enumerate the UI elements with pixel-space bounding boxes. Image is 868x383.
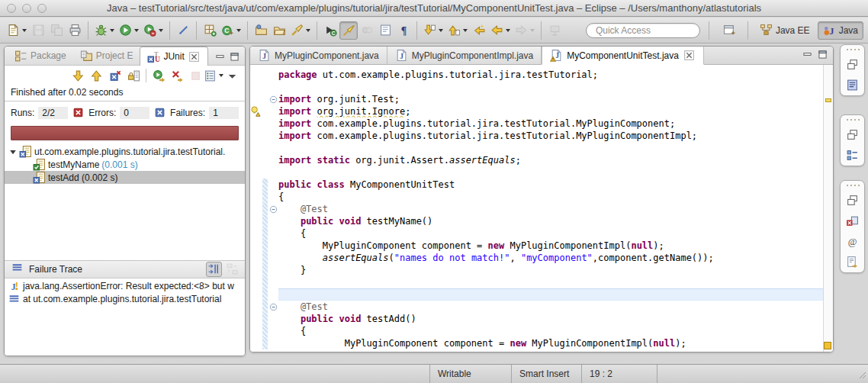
quick-diff-ruler bbox=[262, 227, 268, 240]
failure-trace-item[interactable]: at ut.com.example.plugins.tutorial.jira.… bbox=[5, 293, 245, 306]
test-tree-row[interactable]: testAdd (0.002 s) bbox=[5, 171, 245, 184]
new-java-class-button[interactable]: C bbox=[219, 21, 243, 40]
package-explorer-icon bbox=[14, 50, 27, 63]
previous-failed-test-button[interactable] bbox=[88, 67, 105, 84]
failure-trace-item[interactable]: Jjava.lang.AssertionError: Result expect… bbox=[5, 280, 245, 293]
java-file-icon: J bbox=[258, 49, 271, 62]
java-ee-perspective-button[interactable]: Java EE bbox=[754, 21, 815, 40]
resize-grip[interactable] bbox=[857, 370, 866, 381]
search-flashlight-button[interactable] bbox=[288, 21, 313, 40]
editor-tab-myplugincomponent-java[interactable]: JMyPluginComponent.java bbox=[250, 47, 387, 64]
code-editor[interactable]: package ut.com.example.plugins.tutorial.… bbox=[250, 65, 833, 352]
show-source-button[interactable] bbox=[376, 21, 394, 40]
javadoc-icon[interactable]: @ bbox=[844, 233, 861, 249]
dropdown-caret-icon[interactable] bbox=[134, 29, 139, 32]
quick-diff-ruler bbox=[262, 93, 268, 105]
editor-tab-myplugincomponentimpl-java[interactable]: JMyPluginComponentImpl.java bbox=[387, 47, 542, 64]
next-annotation-button[interactable] bbox=[421, 21, 445, 40]
view-minimize-button[interactable] bbox=[214, 52, 226, 62]
close-icon[interactable] bbox=[188, 50, 201, 63]
print-button[interactable] bbox=[66, 21, 84, 40]
declaration-icon[interactable] bbox=[844, 254, 861, 269]
rerun-failed-tests-button[interactable] bbox=[169, 67, 185, 84]
run-history-icon bbox=[143, 24, 156, 37]
stop-test-button[interactable] bbox=[187, 67, 204, 84]
stack-frame-icon bbox=[8, 293, 21, 306]
scroll-lock-button[interactable] bbox=[125, 67, 142, 84]
open-folder-button[interactable] bbox=[270, 21, 288, 40]
new-wizard-button[interactable] bbox=[5, 21, 29, 40]
save-button[interactable] bbox=[29, 21, 47, 40]
view-tab-junit[interactable]: TUJUnit bbox=[140, 47, 207, 66]
junit-test-tree[interactable]: ut.com.example.plugins.tutorial.jira.tes… bbox=[5, 145, 245, 184]
view-maximize-button[interactable] bbox=[229, 52, 240, 62]
dropdown-caret-icon[interactable] bbox=[463, 29, 468, 32]
warning-bulb-icon[interactable] bbox=[250, 105, 262, 117]
fold-collapse-icon[interactable] bbox=[268, 301, 278, 313]
forward-icon bbox=[515, 24, 528, 37]
compare-result-button[interactable] bbox=[224, 262, 240, 277]
editor-maximize-button[interactable] bbox=[817, 50, 828, 60]
dropdown-caret-icon[interactable] bbox=[530, 29, 535, 32]
previous-annotation-button[interactable] bbox=[445, 21, 470, 40]
dropdown-caret-icon[interactable] bbox=[22, 29, 27, 32]
failure-trace-list[interactable]: Jjava.lang.AssertionError: Result expect… bbox=[5, 278, 245, 356]
fold-collapse-icon[interactable] bbox=[268, 203, 278, 215]
window-titlebar[interactable]: Java – testTutorial/src/test/java/ut/com… bbox=[0, 0, 868, 17]
drag-handle[interactable] bbox=[846, 184, 860, 187]
restore-view-icon[interactable] bbox=[844, 56, 861, 72]
editor-minimize-button[interactable] bbox=[802, 50, 813, 60]
open-plugin-folder-button[interactable] bbox=[252, 21, 270, 40]
editor-tab-mycomponentunittest-java[interactable]: JMyComponentUnitTest.java bbox=[542, 47, 704, 65]
quick-access-input[interactable] bbox=[596, 25, 680, 36]
overview-ruler[interactable] bbox=[823, 65, 833, 352]
pencil-slash-button[interactable] bbox=[174, 21, 192, 40]
view-menu-button[interactable] bbox=[223, 67, 240, 84]
test-tree-row[interactable]: ut.com.example.plugins.tutorial.jira.tes… bbox=[5, 145, 245, 158]
next-failed-test-button[interactable] bbox=[70, 67, 87, 84]
expanded-twisty-icon[interactable] bbox=[9, 148, 17, 156]
debug-button[interactable] bbox=[92, 21, 117, 40]
java-perspective-button[interactable]: JJava bbox=[818, 21, 863, 40]
fold-collapse-icon[interactable] bbox=[268, 93, 278, 105]
test-tree-row[interactable]: testMyName (0.001 s) bbox=[5, 158, 245, 171]
outline-icon[interactable] bbox=[844, 147, 861, 163]
forward-button[interactable] bbox=[513, 21, 537, 40]
problems-icon[interactable] bbox=[844, 213, 861, 228]
dropdown-caret-icon[interactable] bbox=[159, 29, 163, 32]
view-tab-project-e[interactable]: Project E bbox=[73, 47, 140, 65]
run-button[interactable] bbox=[117, 21, 141, 40]
dropdown-caret-icon[interactable] bbox=[506, 29, 510, 32]
new-wizard-icon bbox=[7, 24, 20, 37]
dropdown-caret-icon[interactable] bbox=[236, 29, 241, 32]
show-whitespace-button[interactable]: ¶ bbox=[394, 21, 413, 40]
rerun-test-button[interactable] bbox=[150, 67, 167, 84]
test-time: (0.001 s) bbox=[101, 159, 137, 170]
last-edit-location-button[interactable] bbox=[470, 21, 488, 40]
open-perspective-button[interactable] bbox=[718, 21, 741, 40]
code-line: @Test bbox=[250, 301, 833, 313]
pin-editor-button[interactable] bbox=[545, 21, 564, 40]
dropdown-caret-icon[interactable] bbox=[439, 29, 443, 32]
overview-warning-marker[interactable] bbox=[825, 98, 831, 102]
view-tab-package[interactable]: Package bbox=[8, 47, 73, 65]
save-all-button[interactable] bbox=[47, 21, 66, 40]
show-failures-only-button[interactable] bbox=[107, 67, 124, 84]
run-coverage-button[interactable]: C bbox=[321, 21, 339, 40]
link-editor-button[interactable] bbox=[358, 21, 376, 40]
drag-handle[interactable] bbox=[846, 48, 860, 51]
dropdown-caret-icon[interactable] bbox=[306, 29, 310, 32]
back-button[interactable] bbox=[488, 21, 513, 40]
dropdown-caret-icon[interactable] bbox=[110, 29, 114, 32]
code-line: import static org.junit.Assert.assertEqu… bbox=[250, 154, 833, 166]
drag-handle[interactable] bbox=[846, 118, 860, 121]
restore-view-icon[interactable] bbox=[844, 127, 861, 142]
test-run-history-button[interactable] bbox=[205, 67, 222, 84]
close-icon[interactable] bbox=[683, 49, 696, 62]
filter-stack-trace-button[interactable] bbox=[206, 262, 222, 277]
new-java-project-button[interactable] bbox=[201, 21, 219, 40]
task-list-icon[interactable] bbox=[844, 77, 861, 92]
run-history-button[interactable] bbox=[141, 21, 166, 40]
mark-occurrences-button[interactable] bbox=[339, 21, 358, 40]
restore-view-icon[interactable] bbox=[844, 192, 861, 208]
